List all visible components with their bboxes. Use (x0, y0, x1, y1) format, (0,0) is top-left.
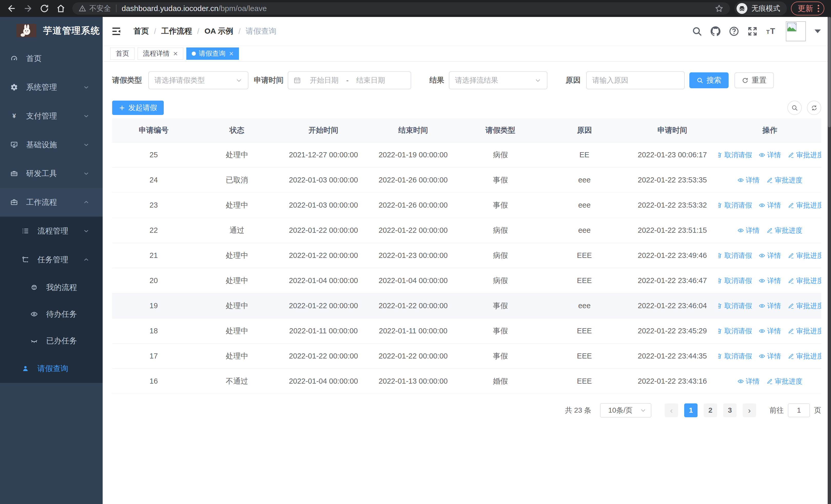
action-progress-link[interactable]: 审批进度 (766, 226, 803, 235)
breadcrumb-item-首页[interactable]: 首页 (134, 26, 149, 36)
scrollbar-thumb[interactable] (828, 17, 831, 127)
column-header-状态: 状态 (195, 125, 279, 136)
goto-page-input[interactable] (788, 404, 810, 417)
next-page-button[interactable]: › (743, 404, 756, 417)
action-progress-link[interactable]: 审批进度 (787, 276, 821, 285)
end-date-placeholder[interactable]: 结束日期 (350, 76, 391, 85)
leave-type-select[interactable]: 请选择请假类型 (148, 71, 249, 89)
action-detail-link[interactable]: 详情 (737, 377, 760, 386)
font-size-icon[interactable]: TT (766, 26, 776, 36)
browser-home-icon[interactable] (56, 4, 66, 13)
action-label: 取消请假 (724, 251, 752, 260)
search-button[interactable]: 搜索 (689, 72, 728, 88)
column-header-原因: 原因 (543, 125, 626, 136)
browser-reload-icon[interactable] (39, 4, 49, 13)
close-tab-icon[interactable]: × (173, 50, 178, 58)
dashboard-icon (10, 55, 18, 62)
page-button-3[interactable]: 3 (723, 404, 737, 417)
action-detail-link[interactable]: 详情 (737, 226, 760, 235)
sidebar-item-请假查询[interactable]: 请假查询 (0, 354, 103, 383)
tab-首页[interactable]: 首页 (110, 48, 135, 60)
app-logo-row[interactable]: 芋道管理系统 (0, 17, 103, 44)
fullscreen-icon[interactable] (747, 26, 757, 36)
toggle-search-button[interactable] (787, 100, 802, 115)
start-date-placeholder[interactable]: 开始日期 (304, 76, 345, 85)
breadcrumb-separator: / (197, 27, 199, 36)
github-icon[interactable] (710, 26, 721, 36)
close-tab-icon[interactable]: × (229, 50, 234, 58)
page-size-select[interactable]: 10条/页 (600, 403, 651, 417)
action-progress-link[interactable]: 审批进度 (787, 251, 821, 260)
action-cancel-link[interactable]: 取消请假 (718, 201, 752, 210)
sidebar-item-研发工具[interactable]: 研发工具 (0, 159, 103, 188)
sidebar-item-支付管理[interactable]: ¥支付管理 (0, 101, 103, 130)
sidebar-fold-icon[interactable] (111, 26, 122, 37)
security-label[interactable]: 不安全 (89, 4, 111, 13)
page-scrollbar[interactable] (828, 17, 831, 504)
action-progress-link[interactable]: 审批进度 (787, 352, 821, 361)
action-progress-link[interactable]: 审批进度 (787, 150, 821, 159)
column-header-开始时间: 开始时间 (279, 125, 368, 136)
bookmark-star-icon[interactable] (715, 4, 724, 13)
result-select[interactable]: 请选择流结果 (449, 71, 547, 89)
sidebar-item-我的流程[interactable]: 我的流程 (0, 274, 103, 301)
action-cancel-link[interactable]: 取消请假 (718, 276, 752, 285)
row-end-time: 2022-01-13 00:00:00 (368, 377, 458, 385)
action-cancel-link[interactable]: 取消请假 (718, 326, 752, 336)
breadcrumb-item-工作流程[interactable]: 工作流程 (161, 26, 192, 36)
sidebar-item-系统管理[interactable]: 系统管理 (0, 73, 103, 101)
sidebar-item-首页[interactable]: 首页 (0, 44, 103, 73)
toolbox-icon (10, 170, 18, 177)
sidebar-item-工作流程[interactable]: 工作流程 (0, 188, 103, 216)
action-detail-link[interactable]: 详情 (758, 301, 781, 310)
reset-button[interactable]: 重置 (735, 72, 774, 88)
action-progress-link[interactable]: 审批进度 (766, 377, 803, 386)
apply-time-range-picker[interactable]: 开始日期 - 结束日期 (288, 71, 411, 89)
refresh-table-button[interactable] (807, 100, 821, 115)
action-cancel-link[interactable]: 取消请假 (718, 251, 752, 260)
row-start-time: 2022-01-04 00:00:00 (279, 377, 368, 385)
sidebar-item-已办任务[interactable]: 已办任务 (0, 327, 103, 354)
avatar[interactable] (786, 21, 806, 41)
action-detail-link[interactable]: 详情 (758, 276, 781, 285)
search-icon[interactable] (692, 26, 702, 36)
action-detail-link[interactable]: 详情 (758, 352, 781, 361)
sidebar-item-待办任务[interactable]: 待办任务 (0, 301, 103, 327)
help-icon[interactable] (729, 26, 739, 36)
action-cancel-link[interactable]: 取消请假 (718, 301, 752, 310)
row-leave-type: 病假 (458, 225, 543, 236)
action-detail-link[interactable]: 详情 (737, 176, 760, 185)
address-bar[interactable]: 不安全 dashboard.yudao.iocoder.cn/bpm/oa/le… (73, 2, 730, 14)
action-cancel-link[interactable]: 取消请假 (718, 352, 752, 361)
action-progress-link[interactable]: 审批进度 (766, 176, 803, 185)
browser-back-icon[interactable] (7, 4, 17, 13)
avatar-caret-icon[interactable] (814, 30, 821, 33)
browser-forward-icon[interactable] (23, 4, 33, 13)
action-detail-link[interactable]: 详情 (758, 201, 781, 210)
prev-page-button[interactable]: ‹ (665, 404, 678, 417)
browser-update-button[interactable]: 更新 (791, 2, 824, 16)
action-progress-link[interactable]: 审批进度 (787, 301, 821, 310)
update-label[interactable]: 更新 (798, 3, 813, 14)
browser-menu-icon[interactable] (818, 5, 819, 12)
action-detail-link[interactable]: 详情 (758, 251, 781, 260)
row-end-time: 2022-01-22 00:00:00 (368, 352, 458, 360)
page-button-2[interactable]: 2 (704, 404, 717, 417)
breadcrumb-item-OA 示例[interactable]: OA 示例 (204, 26, 233, 36)
create-leave-button[interactable]: 发起请假 (112, 100, 164, 115)
action-detail-link[interactable]: 详情 (758, 326, 781, 336)
row-actions: 取消请假详情审批进度 (718, 352, 821, 361)
action-cancel-link[interactable]: 取消请假 (718, 150, 752, 159)
page-button-1[interactable]: 1 (684, 404, 697, 417)
sidebar-item-任务管理[interactable]: 任务管理 (0, 245, 103, 274)
tab-流程详情[interactable]: 流程详情× (138, 48, 183, 60)
action-progress-link[interactable]: 审批进度 (787, 326, 821, 336)
sidebar-item-基础设施[interactable]: 基础设施 (0, 130, 103, 159)
reason-input[interactable]: 请输入原因 (586, 71, 685, 89)
action-progress-link[interactable]: 审批进度 (787, 201, 821, 210)
sidebar-item-流程管理[interactable]: 流程管理 (0, 216, 103, 245)
action-detail-link[interactable]: 详情 (758, 150, 781, 159)
row-leave-type: 事假 (458, 175, 543, 185)
action-label: 详情 (767, 251, 781, 260)
tab-请假查询[interactable]: 请假查询× (186, 48, 239, 60)
